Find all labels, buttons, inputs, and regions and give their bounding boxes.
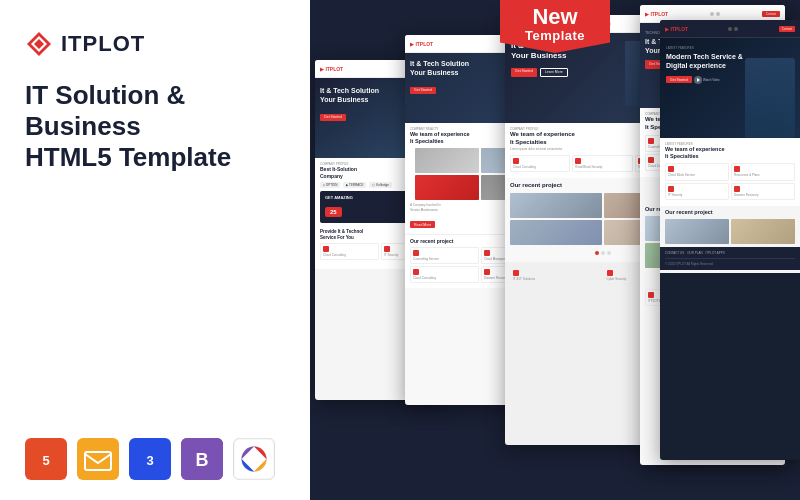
service-icon [484, 250, 490, 256]
mockup5-subheading: We team of experienceIt Specialties [665, 146, 795, 160]
mockup5-footer-links: CONTACT US OUR PLAN ITPLOT APPS [665, 251, 795, 255]
svg-text:3: 3 [146, 453, 153, 468]
page-container: ITPLOT IT Solution & Business HTML5 Temp… [0, 0, 800, 500]
service-icon [648, 138, 654, 144]
service-icon [648, 292, 654, 298]
footer-link: OUR PLAN [687, 251, 702, 255]
svg-point-13 [249, 454, 259, 464]
tech-icons-row: 5 3 [25, 418, 285, 480]
mockup5-person [745, 58, 795, 138]
service-item: Road Block Security [572, 155, 632, 172]
service-icon [607, 270, 613, 276]
svg-text:5: 5 [42, 453, 49, 468]
project-img [510, 220, 602, 245]
service-item: IT Security [665, 183, 729, 200]
nav-cta: Contact [762, 11, 780, 17]
service-icon [384, 246, 390, 252]
mockup1-btn: Get Started [320, 114, 346, 121]
badge-template-text: Template [522, 28, 588, 43]
mockup5-btn1: Get Started [666, 76, 692, 83]
service-label: Cloud Consulting [323, 253, 376, 257]
service-icon [323, 246, 329, 252]
service-icon [668, 186, 674, 192]
nav-cta: Contact [779, 26, 795, 32]
service-item: Resources & Plans [731, 163, 795, 180]
mockup5-play-btn: Watch Video [694, 74, 720, 85]
screenshots-area: ▶ ITPLOT It & Tech SolutionYour Business… [310, 0, 800, 500]
dot [601, 251, 605, 255]
tagline-line1: IT Solution & Business [25, 80, 285, 142]
project-img [510, 193, 602, 218]
watch-label: Watch Video [703, 78, 720, 82]
mockup5-dark-footer: CONTACT US OUR PLAN ITPLOT APPS © 2023 I… [660, 247, 800, 270]
service-item: Cloud Block Service [665, 163, 729, 180]
tagline: IT Solution & Business HTML5 Template [25, 80, 285, 174]
service-icon [513, 270, 519, 276]
service-name: IT Security [668, 193, 726, 197]
project-img [731, 219, 795, 244]
dot [607, 251, 611, 255]
mockup5-services: Cloud Block Service Resources & Plans [665, 163, 795, 180]
css3-icon: 3 [129, 438, 171, 480]
dot-active [595, 251, 599, 255]
service-icon [734, 166, 740, 172]
mockup3-btn1: Get Started [511, 68, 537, 77]
service-item: Counseling Service [410, 247, 479, 264]
nav-dot [716, 12, 720, 16]
nav-dot [728, 27, 732, 31]
logo-area: ITPLOT [25, 30, 285, 58]
mockup-logo-4: ▶ ITPLOT [645, 11, 668, 17]
grid-image [415, 148, 479, 173]
footer-copyright: © 2023 ITPLOT All Rights Reserved [665, 262, 795, 266]
service-item: Cloud Consulting [320, 243, 379, 260]
mockup3-btn2: Learn More [540, 68, 568, 77]
service-name: IT & IT Solutions [513, 277, 599, 281]
service-icon [413, 250, 419, 256]
mockup-logo-1: ▶ ITPLOT [320, 66, 343, 72]
mockup-logo-2: ▶ ITPLOT [410, 41, 433, 47]
service-name: Cloud Block Service [668, 173, 726, 177]
mockup2-btn: Get Started [410, 87, 436, 94]
footer-divider [665, 258, 795, 259]
nav-dot [734, 27, 738, 31]
mockup5-hero: LATEST FEATURES Modern Tech Service &Dig… [660, 38, 800, 138]
service-icon [734, 186, 740, 192]
play-triangle-small [697, 78, 700, 82]
mockup5-project-grid [665, 216, 795, 247]
service-item: Disaster Recovery [731, 183, 795, 200]
mockup-header-5: ▶ ITPLOT Contact [660, 20, 800, 38]
new-template-badge: New Template [500, 0, 610, 53]
brand-2: ▶ TERRACE [343, 182, 366, 188]
service-item: Cloud Consulting [510, 155, 570, 172]
mockup5-profile-section: LATEST FEATURES We team of experienceIt … [660, 138, 800, 206]
mockup1-number: 25 [325, 207, 342, 217]
svg-rect-5 [77, 438, 119, 480]
left-panel: ITPLOT IT Solution & Business HTML5 Temp… [0, 0, 310, 500]
service-name: Counseling Service [413, 257, 476, 261]
badge-new-text: New [522, 6, 588, 28]
footer-link: ITPLOT APPS [706, 251, 725, 255]
logo-text: ITPLOT [61, 31, 145, 57]
mockup5-recent-projects: Our recent project CONTACT US OUR PLAN I… [660, 206, 800, 273]
service-icon [575, 158, 581, 164]
service-icon [648, 157, 654, 163]
email-icon [77, 438, 119, 480]
service-icon [668, 166, 674, 172]
service-item: IT & IT Solutions [510, 267, 602, 284]
logo-icon [25, 30, 53, 58]
service-name: Disaster Recovery [734, 193, 792, 197]
service-icon [413, 269, 419, 275]
mockup5-project-title: Our recent project [665, 209, 795, 216]
service-icon [484, 269, 490, 275]
mockup5-services2: IT Security Disaster Recovery [665, 183, 795, 200]
brand-1: ▷ OPTION [320, 182, 340, 188]
mockup2-btn2: Read More [410, 221, 435, 228]
footer-link: CONTACT US [665, 251, 684, 255]
svg-text:B: B [196, 450, 209, 470]
service-name: Road Block Security [575, 165, 629, 169]
project-img [665, 219, 729, 244]
service-item: Cloud Consulting [410, 266, 479, 283]
brand-3: ⬡ Kolkodge [369, 182, 391, 188]
grid-image [415, 175, 479, 200]
right-panel: New Template ▶ ITPLOT It & Tech Solution… [310, 0, 800, 500]
